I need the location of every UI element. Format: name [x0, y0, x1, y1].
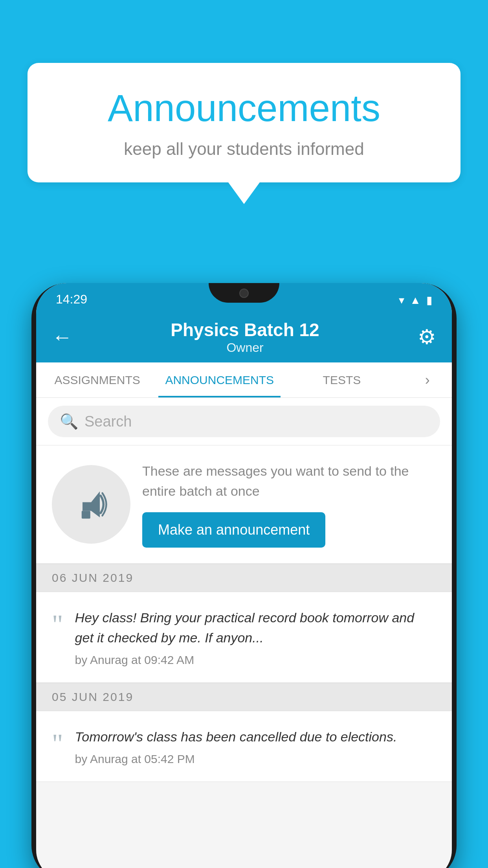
- app-bar: ← Physics Batch 12 Owner ⚙: [36, 311, 452, 362]
- signal-icon: ▲: [410, 294, 421, 307]
- promo-right: These are messages you want to send to t…: [142, 461, 436, 548]
- back-button[interactable]: ←: [52, 325, 72, 349]
- tab-assignments[interactable]: ASSIGNMENTS: [36, 362, 158, 397]
- search-icon: 🔍: [60, 413, 78, 430]
- speech-bubble-section: Announcements keep all your students inf…: [28, 63, 460, 204]
- tab-tests[interactable]: TESTS: [281, 362, 403, 397]
- tab-more-icon[interactable]: ›: [403, 362, 452, 397]
- announcement-item-1[interactable]: " Hey class! Bring your practical record…: [36, 592, 452, 683]
- announcement-content-1: Hey class! Bring your practical record b…: [75, 608, 436, 667]
- announcement-content-2: Tomorrow's class has been cancelled due …: [75, 727, 436, 766]
- battery-icon: ▮: [426, 294, 432, 307]
- search-input[interactable]: Search: [84, 413, 132, 430]
- search-container: 🔍 Search: [36, 398, 452, 445]
- notch-camera: [239, 289, 249, 298]
- speech-bubble-title: Announcements: [51, 86, 437, 130]
- status-icons: ▾ ▲ ▮: [399, 294, 432, 307]
- promo-section: These are messages you want to send to t…: [36, 445, 452, 564]
- status-time: 14:29: [56, 292, 87, 307]
- wifi-icon: ▾: [399, 294, 404, 307]
- app-bar-subtitle: Owner: [72, 340, 418, 355]
- tab-bar: ASSIGNMENTS ANNOUNCEMENTS TESTS ›: [36, 362, 452, 398]
- speech-bubble-subtitle: keep all your students informed: [51, 139, 437, 159]
- date-separator-2: 05 JUN 2019: [36, 683, 452, 711]
- phone-screen: 14:29 ▾ ▲ ▮ ← Physics Batch 12 Owner ⚙: [36, 283, 452, 868]
- announcement-meta-1: by Anurag at 09:42 AM: [75, 653, 436, 667]
- speech-bubble-arrow: [228, 182, 260, 204]
- svg-rect-0: [82, 511, 90, 519]
- quote-icon-2: ": [52, 730, 63, 758]
- announcement-meta-2: by Anurag at 05:42 PM: [75, 752, 436, 766]
- promo-description: These are messages you want to send to t…: [142, 461, 436, 501]
- phone-notch: [209, 283, 279, 303]
- app-bar-title-block: Physics Batch 12 Owner: [72, 319, 418, 355]
- app-bar-title: Physics Batch 12: [72, 319, 418, 340]
- announcement-icon: [70, 483, 113, 526]
- search-bar[interactable]: 🔍 Search: [48, 406, 440, 437]
- announcement-text-1: Hey class! Bring your practical record b…: [75, 608, 436, 648]
- quote-icon-1: ": [52, 611, 63, 638]
- speech-bubble-card: Announcements keep all your students inf…: [28, 63, 460, 182]
- tab-announcements[interactable]: ANNOUNCEMENTS: [158, 362, 281, 397]
- phone-device: 14:29 ▾ ▲ ▮ ← Physics Batch 12 Owner ⚙: [31, 283, 457, 868]
- phone-wrapper: 14:29 ▾ ▲ ▮ ← Physics Batch 12 Owner ⚙: [31, 283, 457, 868]
- announcement-item-2[interactable]: " Tomorrow's class has been cancelled du…: [36, 711, 452, 782]
- promo-icon-circle: [52, 465, 130, 544]
- settings-icon[interactable]: ⚙: [418, 325, 436, 349]
- make-announcement-button[interactable]: Make an announcement: [142, 512, 325, 548]
- date-separator-1: 06 JUN 2019: [36, 564, 452, 592]
- announcement-text-2: Tomorrow's class has been cancelled due …: [75, 727, 436, 747]
